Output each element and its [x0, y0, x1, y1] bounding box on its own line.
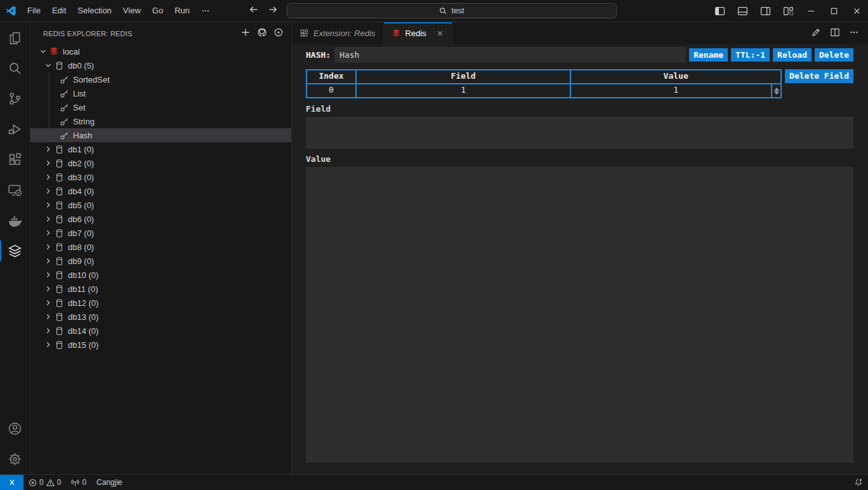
key-icon — [58, 74, 70, 84]
chevron-right-icon[interactable] — [43, 214, 53, 224]
value-textarea[interactable] — [306, 167, 853, 463]
toggle-primary-sidebar-icon[interactable] — [708, 0, 731, 22]
database-icon — [53, 200, 65, 210]
tree-item-string[interactable]: String — [30, 114, 291, 128]
explorer-icon[interactable] — [0, 22, 30, 53]
problems-indicator[interactable]: 0 0 — [23, 475, 66, 490]
error-count: 0 — [39, 478, 44, 487]
account-icon[interactable] — [0, 413, 30, 444]
key-name-input[interactable] — [334, 47, 686, 63]
tree-item-db10-0[interactable]: db10 (0) — [30, 268, 291, 282]
tree-item-label: db3 (0) — [68, 173, 94, 182]
tree-item-db11-0[interactable]: db11 (0) — [30, 282, 291, 296]
chevron-right-icon[interactable] — [43, 186, 53, 196]
search-activity-icon[interactable] — [0, 53, 30, 83]
toggle-secondary-sidebar-icon[interactable] — [754, 0, 777, 22]
ttl-button[interactable]: TTL:-1 — [731, 48, 770, 62]
redis-explorer-activity-icon[interactable] — [0, 235, 30, 266]
ports-indicator[interactable]: 0 — [66, 475, 91, 490]
menu-run[interactable]: Run — [169, 3, 195, 18]
remote-explorer-icon[interactable] — [0, 175, 30, 205]
settings-gear-icon[interactable] — [0, 444, 30, 474]
notifications-bell-icon[interactable] — [849, 475, 868, 490]
chevron-right-icon[interactable] — [43, 298, 53, 308]
tree-item-hash[interactable]: Hash — [30, 128, 291, 142]
github-icon[interactable] — [257, 27, 267, 40]
chevron-right-icon[interactable] — [43, 270, 53, 280]
close-window-button[interactable] — [845, 0, 868, 22]
tree-item-list[interactable]: List — [30, 86, 291, 100]
tree-item-db1-0[interactable]: db1 (0) — [30, 142, 291, 156]
tree-item-db2-0[interactable]: db2 (0) — [30, 156, 291, 170]
chevron-down-icon[interactable] — [38, 46, 48, 56]
menu-go[interactable]: Go — [147, 3, 169, 18]
delete-field-button[interactable]: Delete Field — [785, 69, 853, 83]
tree-item-sortedset[interactable]: SortedSet — [30, 72, 291, 86]
chevron-right-icon[interactable] — [43, 312, 53, 322]
redis-icon — [49, 46, 59, 56]
key-icon — [58, 116, 70, 126]
chevron-right-icon[interactable] — [43, 340, 53, 350]
chevron-right-icon[interactable] — [43, 326, 53, 336]
remote-indicator[interactable] — [0, 475, 23, 490]
tree-item-db3-0[interactable]: db3 (0) — [30, 170, 291, 184]
menu-view[interactable]: View — [117, 3, 147, 18]
delete-button[interactable]: Delete — [815, 48, 853, 62]
cell-value[interactable]: 1 — [570, 84, 780, 97]
command-center-search[interactable]: test — [287, 3, 617, 18]
add-connection-icon[interactable] — [240, 27, 251, 40]
database-icon — [53, 228, 65, 238]
tree-item-db4-0[interactable]: db4 (0) — [30, 184, 291, 198]
tree-item-db15-0[interactable]: db15 (0) — [30, 338, 291, 352]
menu-edit[interactable]: Edit — [46, 3, 72, 18]
reload-button[interactable]: Reload — [773, 48, 812, 62]
tree-item-db7-0[interactable]: db7 (0) — [30, 226, 291, 240]
database-icon — [55, 298, 64, 308]
minimize-button[interactable] — [799, 0, 822, 22]
tree-item-db14-0[interactable]: db14 (0) — [30, 324, 291, 338]
tree-item-local[interactable]: local — [30, 44, 291, 58]
forward-arrow-icon[interactable] — [268, 4, 278, 17]
language-mode[interactable]: Cangjie — [91, 475, 128, 490]
chevron-right-icon[interactable] — [43, 242, 53, 252]
tree-item-db12-0[interactable]: db12 (0) — [30, 296, 291, 310]
menu-selection[interactable]: Selection — [72, 3, 117, 18]
docker-icon[interactable] — [0, 205, 30, 235]
tree-item-db8-0[interactable]: db8 (0) — [30, 240, 291, 254]
chevron-right-icon[interactable] — [43, 158, 53, 168]
chevron-down-icon[interactable] — [43, 60, 53, 70]
customize-layout-icon[interactable] — [777, 0, 799, 22]
tree-item-set[interactable]: Set — [30, 100, 291, 114]
rename-button[interactable]: Rename — [689, 48, 728, 62]
edit-pencil-icon[interactable] — [811, 27, 821, 40]
tab-redis[interactable]: Redis — [384, 22, 452, 44]
source-control-icon[interactable] — [0, 83, 30, 114]
maximize-button[interactable] — [822, 0, 845, 22]
value-spinner[interactable] — [771, 84, 780, 97]
toggle-panel-icon[interactable] — [731, 0, 754, 22]
info-circle-icon[interactable] — [273, 27, 284, 40]
tree-item-db5-0[interactable]: db5 (0) — [30, 198, 291, 212]
extensions-icon[interactable] — [0, 144, 30, 175]
chevron-right-icon[interactable] — [43, 172, 53, 182]
tree-item-db6-0[interactable]: db6 (0) — [30, 212, 291, 226]
tab-close-icon[interactable] — [436, 29, 444, 37]
cell-field[interactable]: 1 — [355, 84, 570, 97]
tree-item-db0-5[interactable]: db0 (5) — [30, 58, 291, 72]
field-textarea[interactable] — [306, 117, 853, 149]
more-actions-icon[interactable] — [849, 27, 859, 40]
tree-item-db13-0[interactable]: db13 (0) — [30, 310, 291, 324]
database-icon — [53, 298, 65, 308]
chevron-right-icon[interactable] — [43, 284, 53, 294]
chevron-right-icon[interactable] — [43, 256, 53, 266]
menu-overflow-icon[interactable] — [195, 6, 216, 15]
menu-file[interactable]: File — [22, 3, 46, 18]
tab-extension-redis[interactable]: Extension: Redis — [292, 22, 384, 44]
split-editor-icon[interactable] — [830, 27, 840, 40]
chevron-right-icon[interactable] — [43, 144, 53, 154]
run-debug-icon[interactable] — [0, 114, 30, 144]
tree-item-db9-0[interactable]: db9 (0) — [30, 254, 291, 268]
chevron-right-icon[interactable] — [43, 228, 53, 238]
back-arrow-icon[interactable] — [249, 4, 259, 17]
chevron-right-icon[interactable] — [43, 200, 53, 210]
